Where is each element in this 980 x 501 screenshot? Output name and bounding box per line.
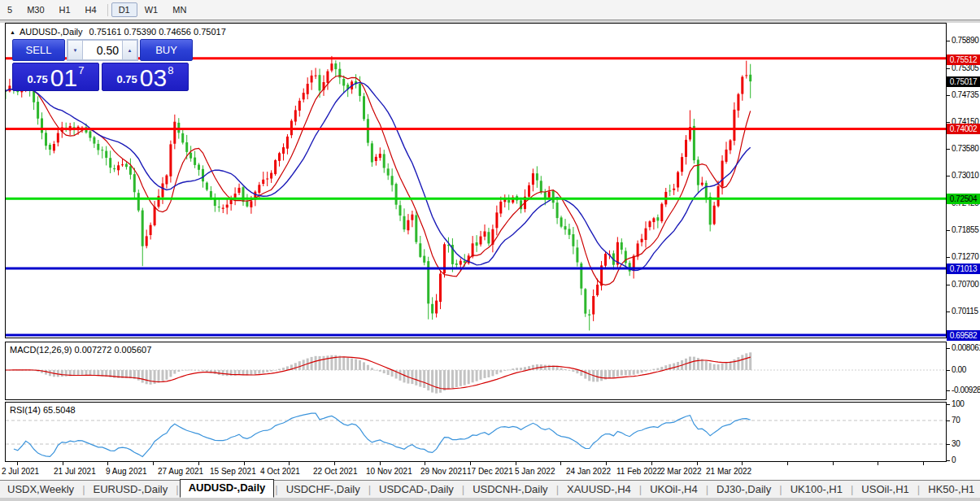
timeframe-button-5[interactable]: 5: [0, 2, 20, 17]
macd-label: MACD(12,26,9) 0.007272 0.005607: [10, 345, 151, 355]
timeframe-button-mn[interactable]: MN: [165, 2, 194, 17]
date-tick-mark: [289, 462, 290, 465]
ohlc-values: 0.75161 0.75390 0.74656 0.75017: [89, 27, 226, 37]
indicator-tick-label: -0.00928: [952, 386, 980, 394]
candles: [6, 56, 751, 331]
price-tick-label: 0.70115: [952, 307, 978, 316]
chevron-down-icon: ▼: [73, 48, 78, 53]
volume-spinner: ▼ 0.50 ▲: [67, 39, 138, 61]
date-tick-label: 21 Mar 2022: [706, 467, 751, 476]
price-level-badge: 0.69582: [947, 330, 980, 341]
price-tick-mark: [947, 95, 950, 96]
indicator-tick-mark: [947, 390, 950, 391]
indicator-tick-mark: [947, 444, 950, 445]
price-tick-label: 0.71270: [952, 252, 978, 261]
buy-price-major: 0.75: [117, 73, 137, 85]
date-axis: 2 Jul 202121 Jul 20219 Aug 202127 Aug 20…: [0, 462, 980, 480]
indicator-tick-mark: [947, 420, 950, 421]
price-chart-panel: ▲ AUDUSD-,Daily 0.75161 0.75390 0.74656 …: [5, 23, 947, 338]
date-tick-mark: [516, 462, 516, 465]
price-level-badge: 0.75512: [947, 54, 980, 65]
price-tick-mark: [947, 285, 950, 285]
chart-tab-audusd--daily[interactable]: AUDUSD-,Daily: [180, 479, 275, 498]
price-level-badge: 0.74002: [947, 124, 980, 134]
timeframe-button-m30[interactable]: M30: [20, 2, 51, 17]
buy-button[interactable]: BUY: [140, 39, 193, 61]
chart-tab-usoil--h1[interactable]: USOil-,H1: [854, 481, 917, 497]
horizontal-level-lines: [6, 59, 946, 335]
chart-tab-xauusd--h4[interactable]: XAUUSD-,H4: [560, 481, 638, 497]
tab-separator: |: [176, 483, 178, 495]
chart-tab-uk100--h1[interactable]: UK100-,H1: [783, 481, 850, 497]
trading-platform-window: 5M30H1H4D1W1MN ▲ AUDUSD-,Daily 0.75161 0…: [0, 0, 980, 501]
sell-price-pips: 01: [50, 67, 77, 89]
price-tick-mark: [947, 311, 950, 312]
indicator-tick-label: 30: [952, 439, 960, 448]
price-tick-mark: [947, 230, 950, 231]
indicator-tick-mark: [947, 404, 950, 405]
price-level-badge: 0.71013: [947, 264, 980, 274]
chart-tab-usdcad--daily[interactable]: USDCAD-,Daily: [372, 481, 461, 497]
volume-increase-button[interactable]: ▲: [122, 40, 137, 60]
timeframe-toolbar: 5M30H1H4D1W1MN: [0, 0, 980, 20]
indicator-tick-label: 0.008061: [952, 343, 980, 352]
price-tick-mark: [947, 257, 950, 258]
tab-separator: |: [851, 483, 853, 495]
date-tick-mark: [425, 462, 425, 465]
chart-tab-hk50--h1[interactable]: HK50-,H1: [921, 481, 980, 497]
date-tick-mark: [470, 462, 471, 465]
indicator-tick-label: 0: [952, 455, 956, 464]
price-level-badge: 0.72504: [947, 194, 980, 204]
chevron-up-icon: ▲: [128, 48, 133, 53]
one-click-trading-panel: SELL ▼ 0.50 ▲ BUY 0.75 01 7: [12, 39, 193, 91]
tab-separator: |: [779, 483, 782, 495]
trade-prices-row: 0.75 01 7 0.75 03 8: [12, 63, 193, 91]
date-tick-label: 29 Nov 2021: [420, 467, 467, 476]
date-tick-label: 27 Aug 2021: [158, 467, 203, 476]
date-tick-label: 24 Jan 2022: [566, 467, 611, 476]
chart-tab-ukoil--h4[interactable]: UKOil-,H4: [642, 481, 705, 497]
collapse-triangle-icon[interactable]: ▲: [10, 29, 15, 35]
timeframe-button-d1[interactable]: D1: [111, 2, 137, 17]
sell-price-display[interactable]: 0.75 01 7: [12, 63, 99, 91]
sell-button[interactable]: SELL: [12, 39, 65, 61]
date-tick-mark: [63, 462, 63, 465]
tab-separator: |: [639, 483, 642, 495]
symbol-period-label: AUDUSD-,Daily: [20, 27, 83, 37]
date-tick-mark: [244, 462, 245, 465]
price-tick-label: 0.73580: [952, 144, 978, 153]
price-tick-label: 0.74735: [952, 90, 978, 99]
chart-tab-usdcnh--daily[interactable]: USDCNH-,Daily: [465, 481, 555, 497]
timeframe-button-w1[interactable]: W1: [137, 2, 166, 17]
chart-tab-usdchf--daily[interactable]: USDCHF-,Daily: [279, 481, 368, 497]
timeframe-button-h4[interactable]: H4: [78, 2, 104, 17]
macd-histogram: [6, 352, 751, 393]
macd-indicator-panel: MACD(12,26,9) 0.007272 0.005607: [5, 342, 947, 400]
indicator-tick-mark: [947, 460, 950, 461]
chart-tab-dj30--daily[interactable]: DJ30-,Daily: [709, 481, 778, 497]
buy-price-display[interactable]: 0.75 03 8: [102, 63, 189, 91]
chart-tab-eurusd--daily[interactable]: EURUSD-,Daily: [86, 481, 176, 497]
timeframe-button-h1[interactable]: H1: [52, 2, 78, 17]
indicator-tick-label: 0.00: [952, 365, 966, 374]
chart-tab-usdx-weekly[interactable]: USDX,Weekly: [0, 481, 81, 497]
trade-buttons-row: SELL ▼ 0.50 ▲ BUY: [12, 39, 193, 61]
date-tick-label: 17 Dec 2021: [467, 467, 513, 476]
volume-input[interactable]: 0.50: [83, 40, 122, 60]
price-tick-label: 0.75890: [952, 36, 978, 45]
date-tick-mark: [833, 462, 834, 465]
price-tick-label: 0.70700: [952, 280, 978, 289]
price-tick-mark: [947, 41, 950, 41]
price-tick-mark: [947, 176, 950, 176]
indicator-tick-mark: [947, 348, 950, 349]
date-tick-mark: [742, 462, 743, 465]
window-bottom-edge: [0, 498, 980, 501]
tab-separator: |: [917, 483, 920, 495]
date-tick-label: 5 Jan 2022: [515, 467, 555, 476]
volume-decrease-button[interactable]: ▼: [68, 40, 83, 60]
sell-price-point: 7: [78, 64, 84, 76]
buy-price-point: 8: [168, 64, 173, 76]
buy-price-pips: 03: [140, 67, 167, 89]
date-tick-mark: [107, 462, 108, 465]
price-tick-mark: [947, 122, 950, 123]
